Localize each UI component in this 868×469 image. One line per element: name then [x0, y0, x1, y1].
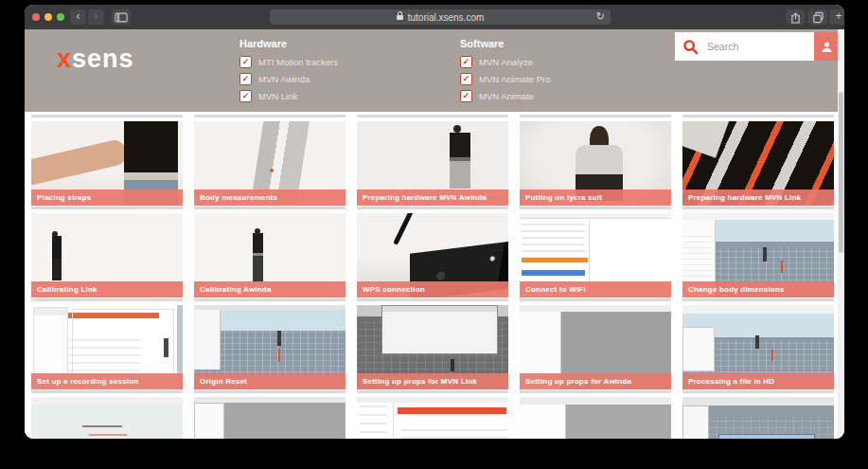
filter-checkbox-item[interactable]: ✓ MTI Motion trackers — [239, 56, 338, 68]
thumbnail-network-dialog — [682, 397, 834, 439]
thumbnail-recording: Set up a recording session — [31, 305, 183, 389]
thumbnail-legs: Body measurements — [194, 121, 345, 206]
card-top-strip — [357, 207, 508, 209]
share-icon — [790, 11, 801, 24]
checkbox-checked-icon[interactable]: ✓ — [460, 73, 472, 85]
card-top-strip — [31, 115, 183, 117]
tutorial-card-title: Origin Reset — [194, 373, 345, 389]
back-button[interactable]: ‹ — [70, 9, 86, 25]
tutorial-card[interactable] — [31, 390, 183, 439]
thumbnail-viewport-panel: Change body dimensions — [682, 213, 834, 298]
logo-rest: sens — [72, 45, 134, 73]
tutorial-card-title: Setting up props for Awinda — [520, 373, 671, 389]
card-top-strip — [682, 207, 834, 209]
share-button[interactable] — [786, 9, 805, 25]
tutorial-card-title: Set up a recording session — [31, 373, 183, 389]
tutorial-card-title: Processing a file in HD — [682, 373, 834, 389]
checkbox-checked-icon[interactable]: ✓ — [460, 90, 472, 102]
tutorial-card[interactable] — [520, 390, 671, 439]
reload-icon[interactable]: ↻ — [596, 10, 605, 23]
checkbox-checked-icon[interactable]: ✓ — [239, 56, 252, 68]
thumbnail-origin: Origin Reset — [194, 305, 345, 389]
xsens-logo[interactable]: xsens — [57, 45, 134, 74]
tutorial-card[interactable]: Setting up props for Awinda — [520, 298, 671, 389]
tutorial-card[interactable]: Preparing hardware MVN Link — [682, 115, 834, 206]
tutorial-card-title: Change body dimensions — [682, 281, 834, 298]
scrollbar-thumb[interactable] — [839, 92, 843, 253]
desktop-background: ‹ › tutorial.xsens.com ↻ — [0, 0, 868, 469]
tutorial-card-title: Setting up props for MVN Link — [357, 373, 508, 389]
tutorial-card[interactable]: Origin Reset — [194, 298, 345, 389]
check-mark-icon: ✓ — [242, 92, 250, 100]
tutorial-card[interactable]: Setting up props for MVN Link — [357, 298, 508, 389]
checkbox-checked-icon[interactable]: ✓ — [239, 90, 252, 102]
check-mark-icon: ✓ — [463, 75, 470, 83]
tutorial-card-title: Preparing hardware MVN Awinda — [357, 189, 508, 206]
card-top-strip — [194, 298, 345, 301]
filter-label: MVN Awinda — [258, 74, 310, 84]
filter-checkbox-item[interactable]: ✓ MVN Animate — [460, 90, 551, 102]
card-top-strip — [357, 390, 508, 393]
tab-overview-button[interactable] — [808, 9, 827, 25]
thumbnail-export-progress — [357, 397, 508, 439]
thumbnail-gray-panel — [520, 397, 671, 439]
address-bar[interactable]: tutorial.xsens.com ↻ — [270, 9, 611, 25]
thumbnail-straps: Placing straps — [31, 121, 183, 206]
card-top-strip — [520, 390, 671, 393]
software-filter-group: Software ✓ MVN Analyze ✓ MVN Animate Pro… — [460, 38, 551, 107]
zoom-button[interactable] — [57, 13, 64, 21]
tutorial-card[interactable]: Calibrating Awinda — [194, 207, 345, 298]
filter-checkbox-item[interactable]: ✓ MVN Animate Pro — [460, 73, 551, 85]
filter-checkbox-item[interactable]: ✓ MVN Link — [239, 90, 338, 102]
search-input[interactable] — [705, 40, 804, 53]
card-top-strip — [194, 390, 345, 393]
tutorial-card[interactable]: Placing straps — [31, 115, 183, 206]
sidebar-toggle-button[interactable] — [112, 9, 131, 25]
search-icon — [682, 39, 699, 55]
tutorial-card-title: Calibrating Awinda — [194, 281, 345, 298]
software-filter-list: ✓ MVN Analyze ✓ MVN Animate Pro ✓ MVN An… — [460, 56, 551, 102]
thumbnail-wifi: Connect to WiFi — [520, 213, 671, 298]
minimize-button[interactable] — [44, 13, 52, 21]
hardware-filter-group: Hardware ✓ MTI Motion trackers ✓ MVN Awi… — [239, 38, 338, 107]
card-top-strip — [357, 115, 508, 117]
thumbnail-link-suit: Preparing hardware MVN Link — [682, 121, 834, 206]
tutorial-card-title: Connect to WiFi — [520, 281, 671, 298]
tutorial-card[interactable]: Body measurements — [194, 115, 345, 206]
tutorial-card[interactable]: Putting on lycra suit — [520, 115, 671, 206]
filter-checkbox-item[interactable]: ✓ MVN Analyze — [460, 56, 551, 68]
user-icon — [821, 41, 833, 53]
tutorial-card[interactable]: Connect to WiFi — [520, 207, 671, 298]
forward-button[interactable]: › — [88, 9, 104, 25]
checkbox-checked-icon[interactable]: ✓ — [460, 56, 472, 68]
search-area — [675, 32, 844, 61]
tutorial-card[interactable] — [682, 390, 834, 439]
tutorial-card[interactable] — [357, 390, 508, 439]
tutorial-card[interactable] — [194, 390, 345, 439]
tutorial-card[interactable]: Processing a file in HD — [682, 298, 834, 389]
hardware-filter-list: ✓ MTI Motion trackers ✓ MVN Awinda ✓ MVN… — [239, 56, 338, 102]
card-top-strip — [520, 115, 671, 117]
tutorial-card[interactable]: WPS connection — [357, 207, 508, 298]
filter-label: MVN Analyze — [479, 57, 533, 67]
filter-label: MVN Animate — [479, 91, 534, 101]
tutorial-card[interactable]: Preparing hardware MVN Awinda — [357, 115, 508, 206]
card-top-strip — [357, 298, 508, 301]
filter-checkbox-item[interactable]: ✓ MVN Awinda — [239, 73, 338, 85]
browser-window: ‹ › tutorial.xsens.com ↻ — [25, 5, 844, 439]
card-top-strip — [31, 207, 183, 209]
card-top-strip — [682, 390, 834, 393]
thumbnail-gray-dialog — [194, 397, 345, 439]
thumbnail-cal-link: Calibrating Link — [31, 213, 183, 298]
card-top-strip — [682, 298, 834, 301]
tutorial-card[interactable]: Set up a recording session — [31, 298, 183, 389]
tutorial-card[interactable]: Change body dimensions — [682, 207, 834, 298]
checkbox-checked-icon[interactable]: ✓ — [239, 73, 252, 85]
tutorial-card[interactable]: Calibrating Link — [31, 207, 183, 298]
url-text: tutorial.xsens.com — [408, 12, 485, 23]
search-bar[interactable] — [675, 32, 814, 61]
new-tab-button[interactable]: + — [829, 9, 844, 25]
tabs-icon — [812, 11, 824, 24]
close-button[interactable] — [32, 13, 40, 21]
thumbnail-retarget — [31, 397, 183, 439]
